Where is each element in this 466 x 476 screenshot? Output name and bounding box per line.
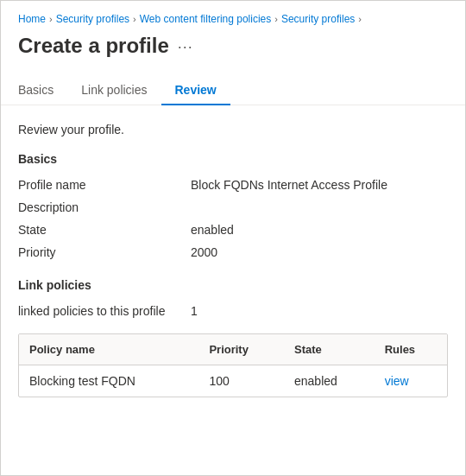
page-header: Create a profile ··· bbox=[1, 29, 465, 59]
cell-policy-name: Blocking test FQDN bbox=[19, 365, 198, 397]
breadcrumb: Home › Security profiles › Web content f… bbox=[1, 1, 465, 29]
description-value bbox=[191, 199, 448, 216]
tab-basics[interactable]: Basics bbox=[18, 76, 67, 105]
col-header-policy-name: Policy name bbox=[19, 334, 198, 365]
col-header-rules: Rules bbox=[375, 334, 447, 365]
content-area: Review your profile. Basics Profile name… bbox=[1, 105, 465, 428]
basics-section: Basics Profile name Block FQDNs Internet… bbox=[18, 152, 448, 261]
policies-table: Policy name Priority State Rules Blockin… bbox=[19, 334, 447, 397]
priority-label: Priority bbox=[18, 244, 173, 261]
state-value: enabled bbox=[191, 221, 448, 238]
linked-policies-row: linked policies to this profile 1 bbox=[18, 302, 448, 320]
page-container: Home › Security profiles › Web content f… bbox=[0, 0, 466, 476]
basics-section-title: Basics bbox=[18, 152, 448, 166]
profile-name-label: Profile name bbox=[18, 176, 173, 194]
link-policies-section-title: Link policies bbox=[18, 278, 448, 292]
description-label: Description bbox=[18, 199, 173, 216]
priority-value: 2000 bbox=[191, 244, 448, 261]
linked-policies-label: linked policies to this profile bbox=[18, 302, 173, 320]
tab-link-policies[interactable]: Link policies bbox=[67, 76, 161, 105]
review-description: Review your profile. bbox=[18, 123, 448, 136]
profile-name-value: Block FQDNs Internet Access Profile bbox=[191, 176, 448, 194]
breadcrumb-security-profiles-2[interactable]: Security profiles bbox=[281, 13, 355, 25]
table-row: Blocking test FQDN 100 enabled view bbox=[19, 365, 447, 397]
more-options-button[interactable]: ··· bbox=[178, 38, 193, 56]
breadcrumb-security-profiles-1[interactable]: Security profiles bbox=[56, 13, 129, 25]
table-header-row: Policy name Priority State Rules bbox=[19, 334, 447, 365]
col-header-priority: Priority bbox=[198, 334, 284, 365]
rules-view-link[interactable]: view bbox=[385, 374, 409, 388]
breadcrumb-web-content[interactable]: Web content filtering policies bbox=[140, 13, 272, 25]
state-label: State bbox=[18, 221, 173, 238]
link-policies-section: Link policies linked policies to this pr… bbox=[18, 278, 448, 397]
breadcrumb-home[interactable]: Home bbox=[18, 13, 46, 25]
policies-table-container: Policy name Priority State Rules Blockin… bbox=[18, 333, 448, 397]
breadcrumb-sep-2: › bbox=[133, 14, 136, 24]
breadcrumb-sep-4: › bbox=[358, 14, 362, 24]
page-title: Create a profile bbox=[18, 32, 169, 59]
cell-priority: 100 bbox=[198, 365, 284, 397]
cell-rules: view bbox=[375, 365, 447, 397]
breadcrumb-sep-1: › bbox=[49, 14, 53, 24]
linked-policies-value: 1 bbox=[191, 302, 448, 320]
tab-review[interactable]: Review bbox=[161, 76, 230, 105]
breadcrumb-sep-3: › bbox=[274, 14, 278, 24]
col-header-state: State bbox=[284, 334, 375, 365]
tabs-container: Basics Link policies Review bbox=[1, 62, 465, 105]
cell-state: enabled bbox=[284, 365, 375, 397]
basics-fields: Profile name Block FQDNs Internet Access… bbox=[18, 176, 448, 261]
